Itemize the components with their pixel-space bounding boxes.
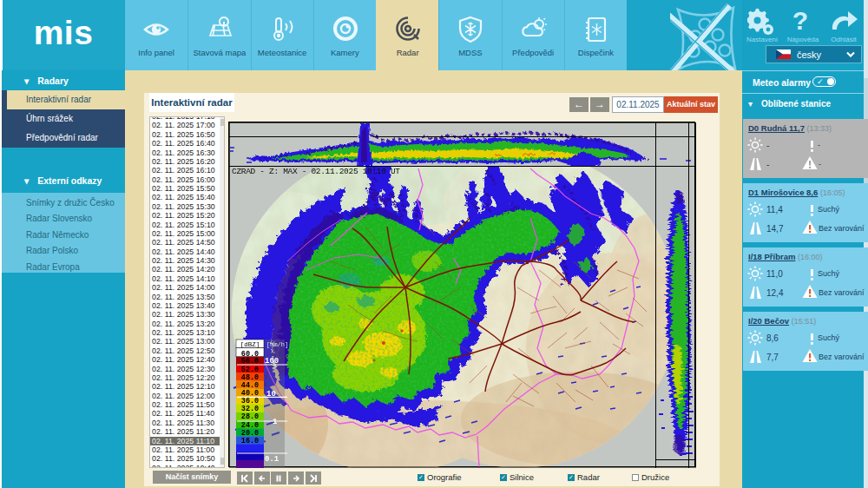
svg-text:1: 1 [273, 418, 278, 426]
svg-text:16.0: 16.0 [241, 437, 259, 445]
svg-text:[mm/h]: [mm/h] [266, 341, 288, 348]
svg-text:[dBZ]: [dBZ] [240, 341, 260, 348]
svg-text:?: ? [792, 7, 808, 35]
svg-text:100: 100 [265, 357, 279, 366]
svg-text:CZRAD - Z: MAX - 02.11.2025 10: CZRAD - Z: MAX - 02.11.2025 10:10 UT [232, 167, 400, 176]
svg-text:0.1: 0.1 [265, 455, 279, 464]
svg-text:10: 10 [266, 390, 276, 399]
